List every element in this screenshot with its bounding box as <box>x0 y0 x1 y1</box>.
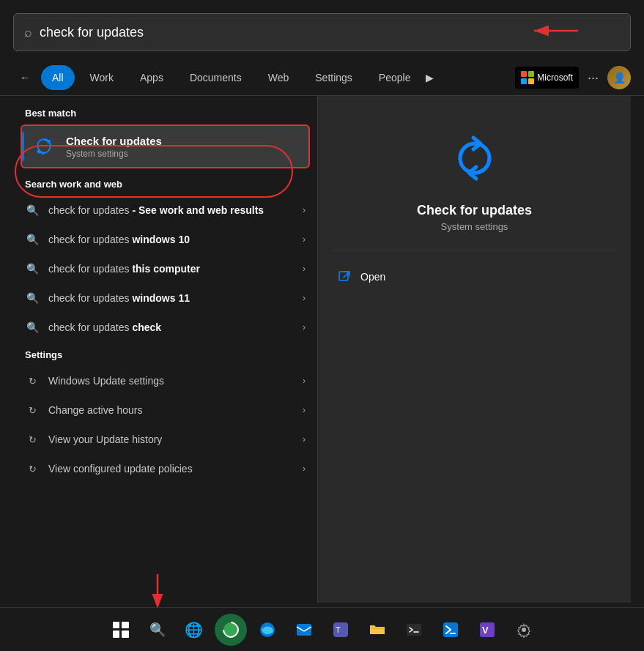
tab-documents[interactable]: Documents <box>179 65 253 90</box>
taskbar-vs[interactable]: V <box>471 614 503 646</box>
tab-people[interactable]: People <box>368 65 415 90</box>
settings-item-1-text: Windows Update settings <box>48 375 294 387</box>
sww-item-1-arrow: › <box>303 205 306 215</box>
win-sq-4 <box>122 630 129 638</box>
red-arrow-search-annotation <box>527 16 585 45</box>
search-result-icon-5: 🔍 <box>25 320 40 335</box>
best-match-label: Best match <box>13 108 317 124</box>
taskbar-edge2[interactable] <box>251 614 284 646</box>
settings-item-4[interactable]: ↻ View configured update policies › <box>13 454 317 483</box>
settings-arrow-3: › <box>303 434 306 444</box>
best-match-icon <box>31 133 57 160</box>
left-results-panel: Best match Check for updates System sett… <box>13 96 317 603</box>
tab-web[interactable]: Web <box>257 65 300 90</box>
sww-item-2-text: check for updates windows 10 <box>48 234 294 245</box>
sww-item-3-arrow: › <box>303 264 306 274</box>
settings-arrow-4: › <box>303 464 306 474</box>
user-avatar[interactable]: 👤 <box>607 66 631 89</box>
search-result-icon-4: 🔍 <box>25 291 40 305</box>
settings-icon-3: ↻ <box>25 432 40 447</box>
windows-logo <box>113 622 129 638</box>
settings-section: Settings ↻ Windows Update settings › ↻ C… <box>13 345 317 483</box>
settings-item-2[interactable]: ↻ Change active hours › <box>13 395 317 425</box>
microsoft-badge: Microsoft <box>515 67 579 89</box>
ms-sq-yellow <box>528 78 534 84</box>
settings-item-3-text: View your Update history <box>48 434 294 445</box>
settings-section-label: Settings <box>13 349 317 366</box>
settings-item-2-text: Change active hours <box>48 404 294 416</box>
taskbar-settings[interactable] <box>508 614 540 646</box>
settings-arrow-2: › <box>303 405 306 415</box>
sww-item-2-arrow: › <box>303 234 306 245</box>
taskbar-edge[interactable] <box>215 614 247 646</box>
microsoft-logo <box>521 71 534 84</box>
taskbar-terminal[interactable] <box>398 614 430 646</box>
settings-item-4-text: View configured update policies <box>48 463 294 475</box>
ms-sq-red <box>521 71 527 77</box>
sww-item-4-arrow: › <box>303 293 306 303</box>
sww-item-1[interactable]: 🔍 check for updates - See work and web r… <box>13 196 317 225</box>
taskbar-start-button[interactable] <box>105 614 137 646</box>
tab-settings[interactable]: Settings <box>304 65 363 90</box>
settings-item-3[interactable]: ↻ View your Update history › <box>13 425 317 454</box>
back-button[interactable]: ← <box>13 66 37 89</box>
best-match-subtitle: System settings <box>66 149 300 159</box>
win-sq-2 <box>122 622 129 629</box>
microsoft-label: Microsoft <box>537 72 573 83</box>
best-match-item[interactable]: Check for updates System settings <box>21 124 310 168</box>
detail-icon-area <box>442 125 508 191</box>
sww-item-3-text: check for updates this computer <box>48 263 294 275</box>
search-result-icon-1: 🔍 <box>25 203 40 217</box>
more-options-button[interactable]: ··· <box>583 70 603 86</box>
search-result-icon-3: 🔍 <box>25 261 40 276</box>
open-action-label: Open <box>360 271 385 283</box>
taskbar-outlook[interactable] <box>288 614 320 646</box>
sww-item-3[interactable]: 🔍 check for updates this computer › <box>13 254 317 283</box>
best-match-text: Check for updates System settings <box>66 135 300 159</box>
sww-item-4-text: check for updates windows 11 <box>48 292 294 304</box>
settings-arrow-1: › <box>303 376 306 386</box>
tab-work[interactable]: Work <box>79 65 125 90</box>
settings-icon-4: ↻ <box>25 461 40 476</box>
sww-item-4[interactable]: 🔍 check for updates windows 11 › <box>13 283 317 313</box>
taskbar-teams[interactable]: T <box>325 614 357 646</box>
search-result-icon-2: 🔍 <box>25 232 40 247</box>
search-icon: ⌕ <box>24 25 32 40</box>
main-panel: Best match Check for updates System sett… <box>13 96 631 603</box>
search-work-web-label: Search work and web <box>13 179 317 196</box>
filter-tabs-row: ← All Work Apps Documents Web Settings P… <box>13 60 631 95</box>
svg-rect-1 <box>339 272 348 280</box>
taskbar: 🔍 🌐 T V <box>0 607 644 651</box>
taskbar-vscode[interactable] <box>434 614 467 646</box>
svg-text:V: V <box>482 625 489 636</box>
tab-more-arrow[interactable]: ▶ <box>420 67 440 88</box>
sww-item-5-text: check for updates check <box>48 321 294 333</box>
sww-item-1-text: check for updates - See work and web res… <box>48 204 294 216</box>
tab-apps[interactable]: Apps <box>129 65 174 90</box>
detail-refresh-icon <box>445 129 504 187</box>
sww-item-5-arrow: › <box>303 322 306 332</box>
detail-divider <box>333 250 616 250</box>
settings-item-1[interactable]: ↻ Windows Update settings › <box>13 366 317 395</box>
sww-item-5[interactable]: 🔍 check for updates check › <box>13 313 317 342</box>
open-action[interactable]: Open <box>333 262 616 291</box>
taskbar-explorer[interactable] <box>361 614 393 646</box>
win-sq-1 <box>113 622 120 629</box>
svg-point-11 <box>522 628 526 632</box>
red-arrow-taskbar-annotation <box>136 570 179 607</box>
search-work-web-section: Search work and web 🔍 check for updates … <box>13 171 317 345</box>
taskbar-search[interactable]: 🔍 <box>141 614 174 646</box>
svg-rect-4 <box>297 624 311 636</box>
win-sq-3 <box>113 630 120 638</box>
settings-icon-2: ↻ <box>25 403 40 417</box>
settings-icon-1: ↻ <box>25 373 40 388</box>
taskbar-widgets[interactable]: 🌐 <box>178 614 210 646</box>
open-action-icon <box>336 268 353 286</box>
detail-title: Check for updates <box>417 203 532 218</box>
sww-item-2[interactable]: 🔍 check for updates windows 10 › <box>13 225 317 254</box>
ms-sq-blue <box>521 78 527 84</box>
right-detail-panel: Check for updates System settings Open <box>317 96 631 603</box>
ms-sq-green <box>528 71 534 77</box>
best-match-title: Check for updates <box>66 135 300 147</box>
tab-all[interactable]: All <box>41 65 75 90</box>
